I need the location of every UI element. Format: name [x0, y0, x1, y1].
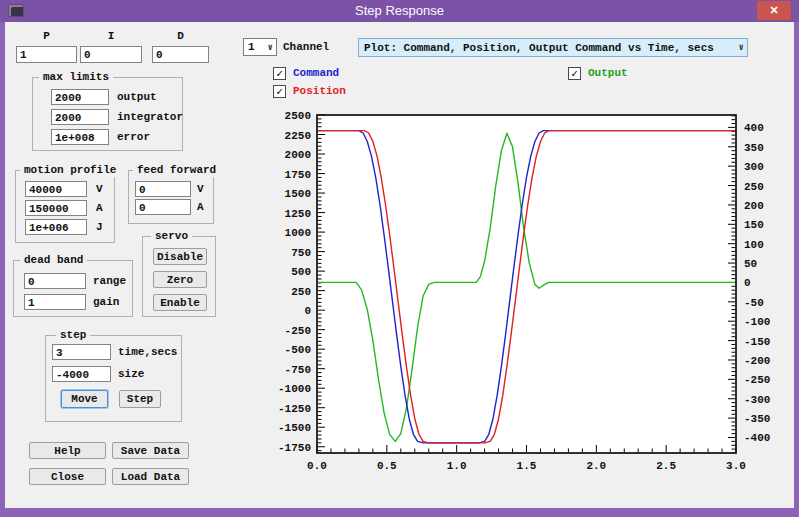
svg-text:-100: -100 — [744, 316, 770, 328]
svg-text:350: 350 — [744, 142, 764, 154]
servo-title: servo — [151, 229, 192, 243]
svg-text:-300: -300 — [744, 394, 770, 406]
channel-select[interactable]: 1 ∨ — [243, 38, 277, 56]
chevron-down-icon: ∨ — [739, 42, 747, 53]
load-data-button[interactable]: Load Data — [112, 468, 189, 485]
svg-text:1.5: 1.5 — [517, 460, 537, 472]
svg-text:150: 150 — [744, 219, 764, 231]
window-border-right — [794, 22, 799, 517]
range-input[interactable] — [24, 273, 86, 289]
svg-text:3.0: 3.0 — [726, 460, 746, 472]
svg-text:-1250: -1250 — [278, 403, 311, 415]
d-label: D — [152, 30, 209, 42]
p-label: P — [16, 30, 77, 42]
svg-text:-1000: -1000 — [278, 383, 311, 395]
svg-text:300: 300 — [744, 161, 764, 173]
velocity-label: V — [96, 183, 103, 195]
channel-label: Channel — [283, 41, 329, 53]
move-button[interactable]: Move — [61, 390, 108, 408]
svg-text:2.5: 2.5 — [656, 460, 676, 472]
gain-input[interactable] — [24, 294, 86, 310]
command-checkbox-label: Command — [293, 67, 339, 79]
svg-text:1.0: 1.0 — [447, 460, 467, 472]
step-response-window: Step Response ✕ P I D max limits output … — [0, 0, 799, 517]
svg-text:0.0: 0.0 — [307, 460, 327, 472]
svg-text:750: 750 — [291, 247, 311, 259]
p-input[interactable] — [16, 46, 77, 63]
svg-text:250: 250 — [291, 286, 311, 298]
servo-group: servo Disable Zero Enable — [142, 236, 216, 317]
step-size-label: size — [118, 368, 144, 380]
output-checkbox-label: Output — [588, 67, 628, 79]
step-time-label: time,secs — [118, 346, 177, 358]
svg-text:1000: 1000 — [285, 227, 311, 239]
servo-enable-button[interactable]: Enable — [153, 294, 207, 311]
max-limits-group: max limits output integrator error — [32, 77, 183, 151]
svg-text:2500: 2500 — [285, 110, 311, 122]
feed-forward-group: feed forward V A — [128, 170, 214, 224]
motion-profile-title: motion profile — [20, 163, 120, 177]
svg-text:50: 50 — [744, 258, 757, 270]
motion-profile-group: motion profile V A J — [15, 170, 115, 243]
dead-band-group: dead band range gain — [13, 260, 133, 317]
jerk-input[interactable] — [25, 219, 87, 235]
check-icon: ✓ — [276, 67, 283, 80]
svg-text:-200: -200 — [744, 355, 770, 367]
close-window-button[interactable]: Close — [29, 468, 106, 485]
ff-accel-input[interactable] — [135, 199, 191, 215]
integrator-limit-label: integrator — [117, 111, 183, 123]
svg-text:-750: -750 — [285, 364, 311, 376]
output-checkbox[interactable]: ✓ — [568, 67, 581, 80]
ff-accel-label: A — [197, 201, 204, 213]
save-data-button[interactable]: Save Data — [112, 442, 189, 459]
dead-band-title: dead band — [20, 253, 87, 267]
svg-text:-250: -250 — [285, 325, 311, 337]
servo-disable-button[interactable]: Disable — [153, 248, 207, 265]
i-input[interactable] — [80, 46, 142, 63]
plot-select[interactable]: Plot: Command, Position, Output Command … — [358, 38, 748, 57]
ff-velocity-input[interactable] — [135, 181, 191, 197]
svg-text:1750: 1750 — [285, 169, 311, 181]
integrator-limit-input[interactable] — [51, 109, 109, 125]
max-limits-title: max limits — [39, 70, 113, 84]
step-time-input[interactable] — [52, 344, 111, 360]
d-input[interactable] — [152, 46, 209, 63]
position-checkbox[interactable]: ✓ — [273, 85, 286, 98]
close-button[interactable]: ✕ — [757, 1, 791, 20]
step-group: step time,secs size Move Step — [45, 335, 182, 422]
svg-text:2000: 2000 — [285, 149, 311, 161]
velocity-input[interactable] — [25, 181, 87, 197]
svg-text:-150: -150 — [744, 336, 770, 348]
svg-text:-400: -400 — [744, 432, 770, 444]
svg-text:100: 100 — [744, 239, 764, 251]
svg-text:200: 200 — [744, 200, 764, 212]
output-limit-input[interactable] — [51, 89, 109, 105]
title-bar: Step Response ✕ — [0, 0, 799, 22]
step-button[interactable]: Step — [119, 390, 161, 408]
svg-text:-500: -500 — [285, 344, 311, 356]
help-button[interactable]: Help — [29, 442, 106, 459]
svg-text:-1750: -1750 — [278, 442, 311, 454]
svg-text:1500: 1500 — [285, 188, 311, 200]
window-border-left — [0, 22, 5, 517]
command-checkbox[interactable]: ✓ — [273, 67, 286, 80]
window-border-bottom — [0, 508, 799, 517]
position-checkbox-label: Position — [293, 85, 346, 97]
window-title: Step Response — [0, 3, 799, 18]
i-label: I — [80, 30, 142, 42]
servo-zero-button[interactable]: Zero — [153, 271, 207, 288]
jerk-label: J — [96, 221, 103, 233]
svg-text:-50: -50 — [744, 297, 764, 309]
svg-text:0: 0 — [304, 305, 311, 317]
svg-text:2250: 2250 — [285, 130, 311, 142]
svg-text:0: 0 — [744, 277, 751, 289]
accel-input[interactable] — [25, 200, 87, 216]
error-limit-input[interactable] — [51, 129, 109, 145]
accel-label: A — [96, 202, 103, 214]
channel-value: 1 — [248, 41, 255, 53]
step-size-input[interactable] — [52, 366, 111, 382]
output-limit-label: output — [117, 91, 157, 103]
svg-text:500: 500 — [291, 266, 311, 278]
svg-text:400: 400 — [744, 122, 764, 134]
close-icon: ✕ — [769, 4, 778, 17]
